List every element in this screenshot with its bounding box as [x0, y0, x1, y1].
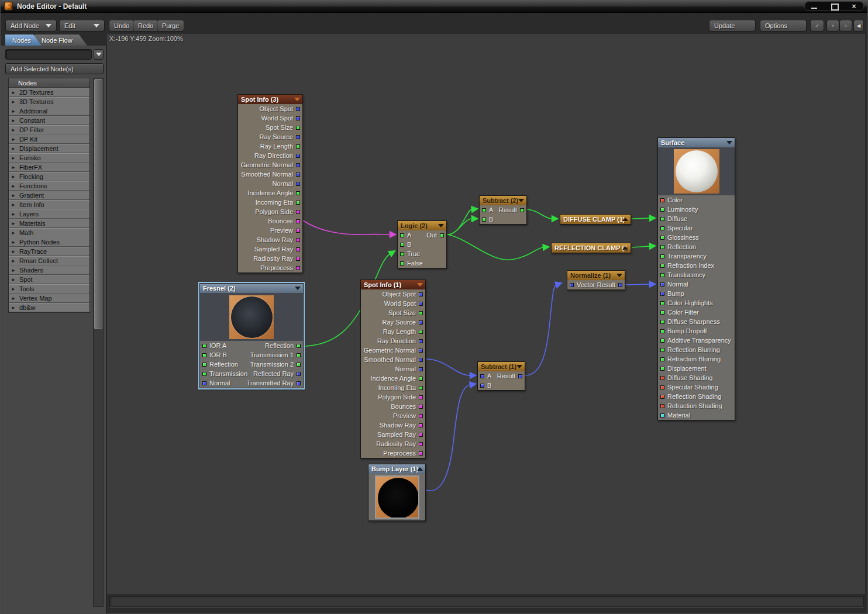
input-connector-green[interactable]	[660, 301, 664, 305]
node-title[interactable]: Surface	[658, 138, 735, 147]
input-connector-green[interactable]	[660, 273, 664, 277]
output-connector-blue[interactable]	[419, 349, 423, 353]
output-connector-blue[interactable]	[296, 163, 300, 167]
output-connector-magenta[interactable]	[419, 395, 423, 399]
input-connector-green[interactable]	[400, 233, 404, 237]
window-titlebar[interactable]: Node Editor - Default ×	[1, 0, 867, 13]
expand-arrow-icon[interactable]: ►	[11, 184, 16, 189]
input-connector-blue[interactable]	[480, 374, 484, 378]
expand-arrow-icon[interactable]: ►	[11, 174, 16, 180]
input-connector-green[interactable]	[660, 348, 664, 352]
input-connector-green[interactable]	[660, 339, 664, 343]
node-title[interactable]: Bump Layer (1)	[368, 464, 425, 474]
output-connector-magenta[interactable]	[296, 210, 300, 214]
sidebar-item-spot[interactable]: ►Spot	[9, 275, 89, 284]
input-connector-red[interactable]	[660, 198, 664, 202]
search-dropdown-button[interactable]	[94, 49, 104, 60]
input-connector-green[interactable]	[660, 320, 664, 324]
output-connector-green[interactable]	[440, 233, 444, 237]
input-connector-blue[interactable]	[202, 381, 206, 385]
sidebar-item-raytrace[interactable]: ►RayTrace	[9, 247, 89, 256]
expand-arrow-icon[interactable]: ►	[11, 277, 16, 282]
input-connector-green[interactable]	[660, 367, 664, 371]
zoom-button[interactable]	[839, 20, 852, 32]
output-connector-blue[interactable]	[296, 135, 300, 139]
node-collapse-toggle-icon[interactable]	[616, 274, 622, 277]
sidebar-item-displacement[interactable]: ►Displacement	[9, 144, 89, 153]
node-reflection-clamp-1[interactable]: REFLECTION CLAMP (1)	[551, 243, 631, 253]
node-collapse-toggle-icon[interactable]	[726, 141, 732, 144]
purge-button[interactable]: Purge	[157, 20, 184, 32]
node-subtract-1[interactable]: Subtract (1)AResultB	[477, 361, 525, 391]
input-connector-green[interactable]	[660, 357, 664, 361]
output-connector-green[interactable]	[296, 201, 300, 205]
sidebar-item-rman-collect[interactable]: ►Rman Collect	[9, 256, 89, 265]
collapse-panel-button[interactable]: ◀	[853, 20, 864, 32]
sidebar-item-db-w[interactable]: ►db&w	[9, 303, 89, 312]
output-connector-green[interactable]	[296, 126, 300, 130]
search-input[interactable]	[5, 49, 92, 60]
node-collapse-toggle-icon[interactable]	[295, 287, 301, 290]
input-connector-red[interactable]	[660, 385, 664, 389]
expand-arrow-icon[interactable]: ►	[11, 305, 16, 311]
input-connector-green[interactable]	[660, 311, 664, 315]
output-connector-blue[interactable]	[296, 107, 300, 111]
sidebar-item-eurisko[interactable]: ►Eurisko	[9, 153, 89, 163]
sidebar-item-item-info[interactable]: ►Item Info	[9, 200, 89, 209]
expand-arrow-icon[interactable]: ►	[11, 212, 16, 217]
comment-bar[interactable]	[109, 596, 864, 607]
expand-arrow-icon[interactable]: ►	[11, 118, 16, 123]
input-connector-green[interactable]	[660, 254, 664, 258]
output-connector-blue[interactable]	[419, 339, 423, 343]
node-title[interactable]: DIFFUSE CLAMP (1)	[560, 215, 631, 224]
output-connector-blue[interactable]	[297, 372, 301, 376]
sidebar-item-constant[interactable]: ►Constant	[9, 116, 89, 125]
output-connector-blue[interactable]	[518, 374, 522, 378]
add-node-dropdown[interactable]: Add Node	[5, 20, 57, 32]
input-connector-red[interactable]	[660, 376, 664, 380]
input-connector-blue[interactable]	[660, 282, 664, 287]
node-logic-2[interactable]: Logic (2)AOutBTrueFalse	[397, 220, 447, 268]
node-spot-info-1[interactable]: Spot Info (1)Object SpotWorld SpotSpot S…	[360, 280, 426, 458]
output-connector-green[interactable]	[297, 353, 301, 357]
node-spot-info-3[interactable]: Spot Info (3)Object SpotWorld SpotSpot S…	[237, 94, 303, 273]
expand-arrow-icon[interactable]: ►	[11, 193, 16, 198]
expand-arrow-icon[interactable]: ►	[11, 165, 16, 170]
output-connector-blue[interactable]	[297, 381, 301, 385]
sidebar-item-additional[interactable]: ►Additional	[9, 106, 89, 116]
output-connector-blue[interactable]	[296, 116, 300, 120]
input-connector-green[interactable]	[660, 329, 664, 333]
output-connector-magenta[interactable]	[419, 433, 423, 437]
output-connector-green[interactable]	[419, 311, 423, 315]
output-connector-magenta[interactable]	[296, 266, 300, 270]
output-connector-green[interactable]	[297, 363, 301, 367]
node-collapse-toggle-icon[interactable]	[294, 98, 300, 101]
output-connector-magenta[interactable]	[419, 405, 423, 409]
sidebar-item-3d-textures[interactable]: ►3D Textures	[9, 97, 89, 106]
input-connector-green[interactable]	[660, 245, 664, 249]
node-collapse-toggle-icon[interactable]	[622, 218, 628, 221]
minimize-button[interactable]	[811, 4, 818, 9]
input-connector-green[interactable]	[660, 226, 664, 230]
sidebar-item-gradient[interactable]: ►Gradient	[9, 191, 89, 200]
node-collapse-toggle-icon[interactable]	[438, 224, 444, 227]
output-connector-magenta[interactable]	[419, 442, 423, 446]
sidebar-item-shaders[interactable]: ►Shaders	[9, 265, 89, 275]
input-connector-green[interactable]	[482, 208, 486, 212]
output-connector-magenta[interactable]	[296, 247, 300, 251]
expand-arrow-icon[interactable]: ►	[11, 258, 16, 264]
node-collapse-toggle-icon[interactable]	[622, 246, 628, 250]
expand-arrow-icon[interactable]: ►	[11, 240, 16, 245]
output-connector-magenta[interactable]	[296, 229, 300, 233]
expand-arrow-icon[interactable]: ►	[11, 268, 16, 273]
expand-arrow-icon[interactable]: ►	[11, 127, 16, 133]
node-collapse-toggle-icon[interactable]	[518, 199, 524, 202]
redo-button[interactable]: Redo	[133, 20, 159, 32]
sidebar-item-python-nodes[interactable]: ►Python Nodes	[9, 237, 89, 247]
output-connector-magenta[interactable]	[296, 238, 300, 242]
output-connector-blue[interactable]	[419, 320, 423, 325]
node-title[interactable]: Normalize (1)	[567, 271, 625, 280]
expand-arrow-icon[interactable]: ►	[11, 221, 16, 226]
edit-pen-button[interactable]	[810, 20, 824, 32]
undo-button[interactable]: Undo	[109, 20, 135, 32]
